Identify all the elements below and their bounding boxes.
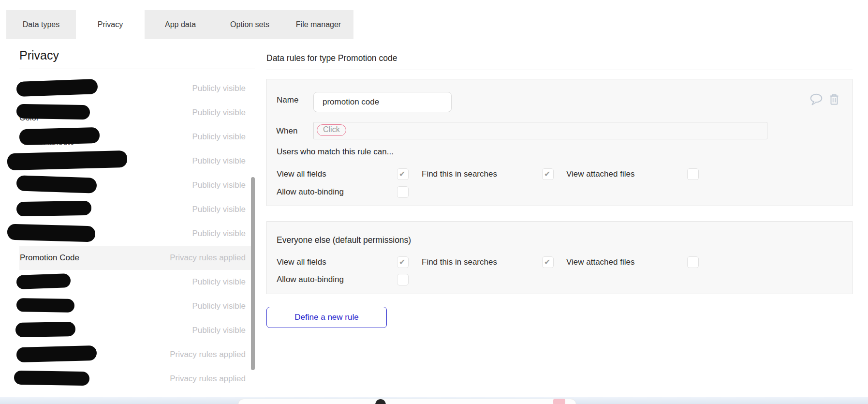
privacy-status: Publicly visible [192, 101, 246, 125]
permission-label: Find this in searches [422, 256, 497, 269]
privacy-status: Privacy rules applied [170, 367, 246, 391]
privacy-status: Publicly visible [192, 294, 246, 318]
main-divider [266, 70, 853, 70]
tab-data-types[interactable]: Data types [6, 10, 76, 39]
list-item[interactable]: Publicly visible [19, 222, 255, 246]
default-card-title: Everyone else (default permissions) [277, 235, 411, 245]
comment-icon[interactable] [809, 93, 823, 105]
background-window-bar [238, 399, 576, 404]
define-new-rule-button[interactable]: Define a new rule [266, 307, 387, 328]
privacy-rule-card: Name When Click Users who match this rul… [266, 79, 853, 206]
list-item[interactable]: tion SizePublicly visible [19, 149, 255, 173]
tab-app-data[interactable]: App data [145, 10, 216, 39]
permission-label: View attached files [566, 168, 634, 180]
allow-auto-binding-checkbox[interactable] [397, 186, 409, 198]
permission-label: View all fields [277, 256, 326, 269]
sidebar-scrollbar[interactable] [251, 177, 255, 370]
page-title: Privacy [19, 48, 59, 62]
redaction-scribble [19, 127, 100, 145]
view-all-fields-checkbox[interactable] [397, 168, 409, 180]
view-attached-files-checkbox[interactable] [687, 256, 699, 268]
privacy-status: Publicly visible [192, 76, 246, 101]
redaction-scribble [16, 79, 98, 97]
list-item[interactable]: Promotion CodePrivacy rules applied [19, 246, 255, 270]
rule-subtitle: Users who match this rule can... [277, 147, 394, 157]
redaction-scribble [16, 345, 97, 362]
redaction-scribble [16, 273, 71, 289]
list-item[interactable]: Publicly visible [19, 173, 255, 197]
list-item[interactable]: Privacy rules applied [19, 367, 255, 391]
default-permissions-card: Everyone else (default permissions) View… [266, 221, 853, 294]
tab-privacy[interactable]: Privacy [76, 10, 145, 39]
tab-file-manager[interactable]: File manager [283, 10, 353, 39]
view-all-fields-checkbox[interactable] [397, 256, 409, 268]
find-in-searches-checkbox[interactable] [542, 168, 554, 180]
when-tag[interactable]: Click [317, 124, 346, 136]
permission-label: Allow auto-binding [277, 186, 344, 198]
redaction-scribble [14, 370, 89, 386]
permission-label: View all fields [277, 168, 326, 180]
privacy-type-list: Publicly visibleColorPublicly visibleCol… [19, 76, 255, 391]
list-item[interactable]: Publicly visible [19, 197, 255, 222]
privacy-status: Privacy rules applied [170, 246, 246, 270]
permission-label: Find this in searches [422, 168, 497, 180]
list-item[interactable]: Publicly visible [19, 294, 255, 318]
when-label: When [276, 126, 297, 136]
redaction-scribble [16, 104, 90, 120]
when-condition-field[interactable]: Click [313, 122, 767, 139]
find-in-searches-checkbox[interactable] [542, 256, 554, 268]
privacy-status: Publicly visible [192, 125, 246, 149]
rule-name-input[interactable] [313, 92, 452, 112]
list-item[interactable]: Privacy rules applied [19, 343, 255, 367]
privacy-status: Publicly visible [192, 197, 246, 222]
privacy-status: Publicly visible [192, 173, 246, 197]
allow-auto-binding-checkbox[interactable] [397, 274, 409, 285]
list-item[interactable]: Publicly visible [19, 76, 255, 101]
name-label: Name [277, 95, 298, 105]
redaction-scribble [7, 150, 128, 170]
privacy-status: Publicly visible [192, 318, 246, 343]
redaction-scribble [7, 224, 96, 242]
data-type-name: Promotion Code [20, 246, 79, 270]
privacy-status: Publicly visible [192, 222, 246, 246]
permission-label: Allow auto-binding [277, 273, 344, 286]
view-attached-files-checkbox[interactable] [687, 168, 699, 180]
background-window-taskbar [0, 397, 868, 404]
list-item[interactable]: Publicly visible [19, 270, 255, 294]
permission-label: View attached files [566, 256, 634, 269]
tab-option-sets[interactable]: Option sets [216, 10, 283, 39]
list-item[interactable]: ColorPublicly visible [19, 101, 255, 125]
redaction-scribble [16, 298, 74, 313]
redaction-scribble [15, 322, 76, 337]
privacy-status: Publicly visible [192, 149, 246, 173]
list-item[interactable]: Color AttributePublicly visible [19, 125, 255, 149]
background-window-badge [553, 399, 565, 404]
privacy-status: Publicly visible [192, 270, 246, 294]
list-item[interactable]: Publicly visible [19, 318, 255, 343]
redaction-scribble [16, 201, 91, 217]
data-rules-header: Data rules for type Promotion code [266, 53, 397, 63]
redaction-scribble [16, 175, 97, 194]
privacy-status: Privacy rules applied [170, 343, 246, 367]
sidebar-divider [19, 69, 255, 69]
trash-icon[interactable] [829, 93, 839, 105]
tab-bar: Data typesPrivacyApp dataOption setsFile… [6, 10, 353, 39]
